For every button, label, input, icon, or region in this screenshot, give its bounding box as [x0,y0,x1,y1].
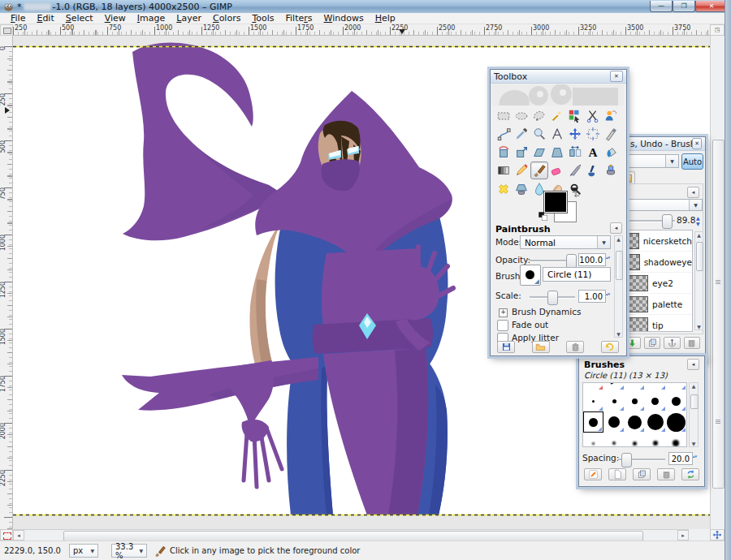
tool-crop[interactable] [602,125,620,143]
brush-cell[interactable] [603,411,624,433]
menu-help[interactable]: Help [370,13,401,24]
tool-align[interactable] [584,125,602,143]
brush-cell[interactable] [625,390,645,411]
tool-ink[interactable] [584,162,602,179]
brush-grid[interactable] [582,382,687,447]
default-colors-icon[interactable] [538,211,548,222]
fade-out-checkbox[interactable] [497,320,508,331]
brush-cell-partial[interactable] [645,383,665,390]
spinner-arrows-icon[interactable]: ▲▼ [696,215,700,226]
panel-menu-icon[interactable]: ◂ [610,222,622,234]
brush-select-button[interactable] [520,265,541,286]
expander-plus-icon[interactable]: + [499,308,508,317]
tool-text[interactable]: A [584,144,602,162]
scroll-up-icon[interactable]: ▲ [695,232,703,238]
layer-list-scrollbar[interactable]: ▲ ▼ [694,231,703,330]
brush-cell[interactable] [583,433,603,447]
reset-button[interactable] [601,341,619,353]
brush-cell-partial[interactable] [603,383,624,390]
slider-thumb[interactable] [547,291,558,305]
tool-scissors-select[interactable] [584,107,602,125]
brush-cell[interactable] [666,433,686,447]
maximize-button[interactable]: ❐ [673,1,695,12]
auto-button[interactable]: Auto [681,153,703,170]
tool-clone[interactable] [602,162,620,179]
slider-thumb[interactable] [662,214,673,229]
zoom-fit-toggle-button[interactable]: ◳ [710,24,725,36]
tool-eraser[interactable] [548,162,566,179]
tool-bucket-fill[interactable] [602,144,620,162]
menu-windows[interactable]: Windows [318,13,370,24]
tool-perspective-clone[interactable] [513,180,530,198]
opacity-slider[interactable] [530,260,575,262]
tool-flip[interactable] [566,144,584,162]
scale-slider[interactable] [530,296,575,299]
new-brush-button[interactable] [608,468,626,480]
tool-pencil[interactable] [513,162,530,179]
options-scrollbar[interactable]: ▲ ▼ [614,235,623,338]
menu-view[interactable]: View [99,13,132,24]
tool-shear[interactable] [530,144,548,162]
brush-cell[interactable] [603,390,624,411]
tool-move[interactable] [566,125,584,143]
duplicate-layer-button[interactable] [644,337,660,349]
tool-paintbrush[interactable] [530,162,548,179]
menu-image[interactable]: Image [132,13,171,24]
menu-layer[interactable]: Layer [171,13,207,24]
close-icon[interactable]: ✕ [610,71,623,82]
menu-select[interactable]: Select [60,13,99,24]
tool-heal[interactable] [495,180,513,198]
opacity-spinbox[interactable]: 100.0 [578,253,606,266]
menu-file[interactable]: File [5,13,31,24]
tool-ellipse-select[interactable] [513,107,530,125]
slider-thumb[interactable] [621,453,632,467]
menu-edit[interactable]: Edit [31,13,59,24]
scrollbar-thumb[interactable] [616,251,623,280]
menu-colors[interactable]: Colors [207,13,246,24]
tool-foreground-select[interactable] [602,107,620,125]
anchor-layer-button[interactable] [664,337,680,349]
brush-name-field[interactable]: Circle (11) [543,267,611,282]
brush-grid-scrollbar[interactable]: ▲ ▼ [689,382,699,447]
navigation-button[interactable] [710,529,725,541]
restore-button[interactable] [532,341,550,353]
spacing-spinbox[interactable]: 20.0 [668,452,693,465]
delete-brush-button[interactable] [657,468,675,480]
spacing-slider[interactable] [618,459,665,461]
zoom-dropdown[interactable]: 33.3 %▼ [111,544,147,558]
scroll-right-arrow[interactable]: ▸ [677,530,689,541]
tool-color-picker[interactable] [513,125,530,143]
tool-select-by-color[interactable] [566,107,584,125]
brush-cell-partial[interactable] [583,383,603,390]
brush-cell[interactable] [666,390,686,411]
brush-cell[interactable] [625,411,645,433]
edit-brush-button[interactable] [584,468,602,480]
foreground-color-swatch[interactable] [544,192,567,213]
save-button[interactable] [497,341,515,353]
scroll-up-icon[interactable]: ▲ [615,236,622,242]
quickmask-toggle-button[interactable] [0,529,13,541]
scrollbar-thumb[interactable] [696,242,703,271]
panel-menu-icon[interactable]: ◂ [687,187,699,198]
brush-cell[interactable] [645,390,665,411]
tool-perspective[interactable] [548,144,566,162]
delete-button[interactable] [566,341,584,353]
brush-cell[interactable] [625,433,645,447]
scale-spinbox[interactable]: 1.00 [578,290,606,303]
brush-cell[interactable] [666,411,686,433]
tool-rectangle-select[interactable] [495,107,513,125]
scroll-up-icon[interactable]: ▲ [690,383,698,389]
vertical-scrollbar-thumb[interactable] [712,140,725,489]
brush-cell[interactable] [603,433,624,447]
minimize-button[interactable]: — [650,1,673,12]
close-button[interactable]: ✕ [695,1,728,12]
tool-blend[interactable] [495,162,513,179]
close-icon[interactable]: ✕ [692,138,702,149]
brush-cell[interactable] [583,390,603,411]
refresh-brushes-button[interactable] [681,468,699,480]
scrollbar-thumb[interactable] [690,394,699,409]
horizontal-scrollbar[interactable]: ◂ ▸ [13,529,689,541]
menu-filters[interactable]: Filters [280,13,318,24]
tool-measure[interactable] [548,125,566,143]
delete-layer-button[interactable] [684,337,700,349]
